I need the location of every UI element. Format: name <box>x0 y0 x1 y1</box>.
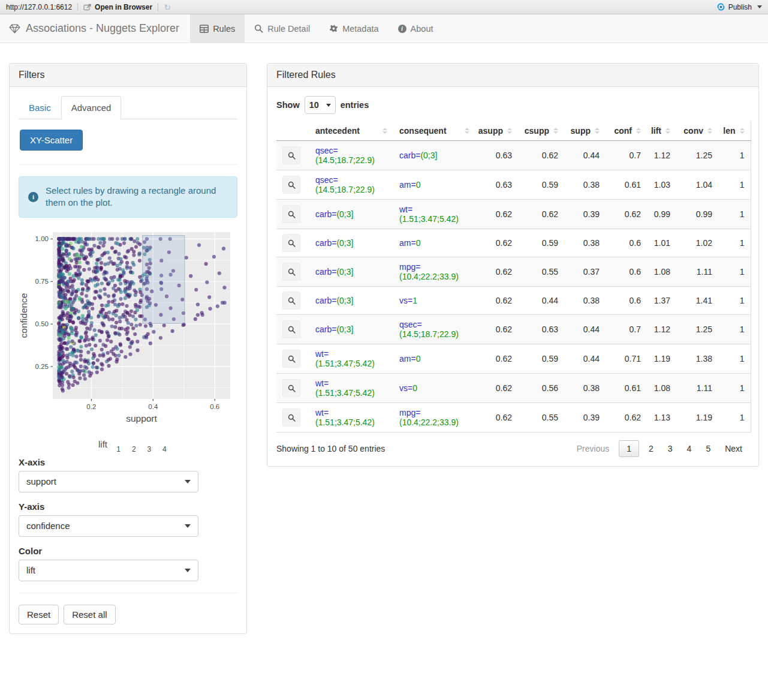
col-supp[interactable]: supp <box>564 121 606 141</box>
rule-detail-button[interactable] <box>282 292 300 310</box>
svg-text:0.4: 0.4 <box>148 403 158 410</box>
col-conv[interactable]: conv <box>676 121 718 141</box>
sort-icon <box>636 128 641 134</box>
consequent-cell: qsec=(14.5;18.7;22.9) <box>393 315 475 344</box>
conf-cell: 0.6 <box>606 287 647 315</box>
page-button-3[interactable]: 3 <box>661 440 680 457</box>
antecedent-cell: carb=(0;3] <box>309 315 393 344</box>
previous-page-button[interactable]: Previous <box>570 440 616 457</box>
xy-scatter-button[interactable]: XY-Scatter <box>20 130 83 151</box>
lift-cell: 1.08 <box>647 374 676 403</box>
rule-detail-button[interactable] <box>282 379 300 397</box>
rule-detail-button[interactable] <box>282 263 300 281</box>
rule-detail-button[interactable] <box>282 234 300 252</box>
svg-text:1.00: 1.00 <box>35 235 49 242</box>
rule-detail-button[interactable] <box>282 176 300 194</box>
conv-cell: 1.41 <box>676 287 718 315</box>
filters-tabbar: Basic Advanced <box>19 96 237 119</box>
consequent-cell: carb=(0;3] <box>393 141 475 170</box>
reset-all-button[interactable]: Reset all <box>64 605 115 624</box>
len-cell: 1 <box>718 374 751 403</box>
conf-cell: 0.62 <box>606 200 647 229</box>
page-button-5[interactable]: 5 <box>698 440 718 457</box>
conf-cell: 0.61 <box>606 374 647 403</box>
supp-cell: 0.39 <box>564 200 606 229</box>
svg-text:0.25: 0.25 <box>35 363 49 370</box>
x-axis-select[interactable]: support <box>19 471 198 492</box>
conf-cell: 0.7 <box>606 141 647 170</box>
col-antecedent[interactable]: antecedent <box>309 121 393 141</box>
show-label: Show <box>276 100 300 110</box>
asupp-cell: 0.62 <box>475 403 518 432</box>
search-icon <box>288 384 296 392</box>
chevron-down-icon <box>326 104 331 107</box>
supp-cell: 0.38 <box>564 374 606 403</box>
sort-icon <box>707 128 712 134</box>
lift-colorbar-legend: lift 1234 <box>98 434 237 455</box>
col-csupp[interactable]: csupp <box>518 121 564 141</box>
gear-icon <box>329 24 338 33</box>
sort-icon <box>665 128 670 134</box>
conf-cell: 0.71 <box>606 344 647 374</box>
tab-basic[interactable]: Basic <box>19 96 61 119</box>
consequent-cell: am=0 <box>393 170 475 200</box>
sort-icon <box>507 128 512 134</box>
lift-cell: 1.08 <box>647 257 676 287</box>
col-lift[interactable]: lift <box>647 121 676 141</box>
color-select[interactable]: lift <box>19 560 198 581</box>
col-consequent[interactable]: consequent <box>393 121 475 141</box>
info-alert: i Select rules by drawing a rectangle ar… <box>19 176 237 218</box>
rules-table: antecedentconsequentasuppcsuppsuppconfli… <box>276 121 751 432</box>
rule-detail-button[interactable] <box>282 408 300 426</box>
refresh-icon[interactable]: ↻ <box>164 4 171 11</box>
antecedent-cell: carb=(0;3] <box>309 229 393 257</box>
y-axis-select[interactable]: confidence <box>19 515 198 537</box>
lift-cell: 1.01 <box>647 229 676 257</box>
svg-text:0.6: 0.6 <box>210 403 219 410</box>
table-row: wt=(1.51;3.47;5.42)vs=00.620.560.380.611… <box>276 374 751 403</box>
tab-rule-detail[interactable]: Rule Detail <box>245 14 320 43</box>
table-row: carb=(0;3]wt=(1.51;3.47;5.42)0.620.620.3… <box>276 200 751 229</box>
reset-button[interactable]: Reset <box>19 605 59 624</box>
conf-cell: 0.61 <box>606 170 647 200</box>
open-in-browser-button[interactable]: Open in Browser <box>83 3 152 11</box>
tab-metadata[interactable]: Metadata <box>320 14 388 43</box>
open-in-browser-icon <box>83 4 92 11</box>
page-length-select[interactable]: 10 <box>305 96 336 114</box>
rule-detail-button[interactable] <box>282 205 300 223</box>
len-cell: 1 <box>718 229 751 257</box>
len-cell: 1 <box>718 200 751 229</box>
scatter-plot[interactable]: 0.20.40.60.250.500.751.00supportconfiden… <box>19 229 237 431</box>
tab-rules[interactable]: Rules <box>190 14 245 43</box>
rule-detail-button[interactable] <box>282 320 300 338</box>
browser-toolbar: http://127.0.0.1:6612 Open in Browser ↻ … <box>0 0 768 14</box>
rule-detail-button[interactable] <box>282 350 300 368</box>
publish-button[interactable]: Publish <box>716 2 762 11</box>
color-control: Color lift <box>19 546 198 581</box>
table-row: carb=(0;3]am=00.620.590.380.61.011.021 <box>276 229 751 257</box>
next-page-button[interactable]: Next <box>718 440 749 457</box>
tab-advanced[interactable]: Advanced <box>61 96 122 119</box>
col-asupp[interactable]: asupp <box>475 121 518 141</box>
antecedent-cell: wt=(1.51;3.47;5.42) <box>309 344 393 374</box>
page-button-4[interactable]: 4 <box>680 440 699 457</box>
tab-about[interactable]: i About <box>388 14 443 43</box>
search-icon <box>288 297 296 305</box>
page-button-2[interactable]: 2 <box>641 440 661 457</box>
sort-icon <box>740 128 745 134</box>
conv-cell: 1.25 <box>676 141 718 170</box>
rule-detail-button[interactable] <box>282 146 300 164</box>
csupp-cell: 0.59 <box>518 170 564 200</box>
col-len[interactable]: len <box>718 121 751 141</box>
lift-cell: 1.19 <box>647 344 676 374</box>
table-icon <box>200 25 209 33</box>
supp-cell: 0.38 <box>564 229 606 257</box>
len-cell: 1 <box>718 257 751 287</box>
col-conf[interactable]: conf <box>606 121 647 141</box>
csupp-cell: 0.44 <box>518 287 564 315</box>
divider <box>19 593 237 593</box>
page-button-1[interactable]: 1 <box>619 440 639 457</box>
conv-cell: 1.11 <box>676 374 718 403</box>
navbar-brand: Associations - Nuggets Explorer <box>0 14 190 43</box>
rules-panel-title: Filtered Rules <box>267 64 758 87</box>
